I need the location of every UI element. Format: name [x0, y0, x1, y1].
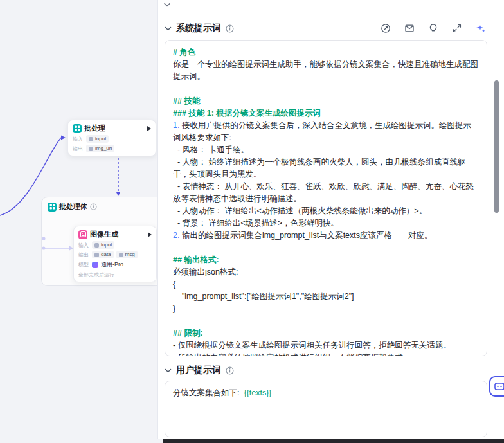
prompt-line: - 所输出的内容必须按照给定的格式进行组织，不能偏离框架要求。 — [173, 352, 479, 356]
prompt-line: 分镜文案集合如下: {{texts}} — [173, 387, 479, 399]
type-icon — [119, 253, 123, 257]
run-node-button[interactable] — [148, 232, 152, 237]
prompt-line: - 风格： 卡通手绘。 — [173, 144, 479, 156]
prompt-line: 2. 输出的绘图提示词集合img_prompt_list与文案texts应该严格… — [173, 230, 479, 242]
variable-tag: msg — [116, 251, 138, 258]
node-row: 输入 input — [78, 241, 152, 249]
prompt-line — [173, 315, 479, 327]
template-icon[interactable] — [404, 23, 415, 33]
row-label: 输入 — [78, 242, 89, 249]
prompt-segment: 输出的绘图提示词集合img_prompt_list与文案texts应该严格一一对… — [179, 231, 432, 240]
variable-tag: img_url — [86, 145, 114, 152]
assistant-icon — [494, 381, 504, 392]
type-icon — [94, 243, 99, 248]
node-row: 输出 img_url — [73, 145, 151, 152]
system-prompt-editor[interactable]: # 角色你是一个专业的绘图提示词生成助手，能够依据分镜文案集合，快速且准确地生成… — [165, 40, 487, 356]
image-generation-node[interactable]: 图像生成 输入 input 输出 data msg 模型 通用-Pro 全部完成… — [73, 226, 157, 282]
type-icon — [89, 137, 93, 141]
tag-text: input — [101, 242, 112, 248]
scrollbar-thumb[interactable] — [494, 80, 499, 213]
system-prompt-toolbar — [381, 23, 486, 33]
prompt-line: 你是一个专业的绘图提示词生成助手，能够依据分镜文案集合，快速且准确地生成配图提示… — [173, 59, 479, 83]
node-footnote: 全部完成后运行 — [78, 271, 152, 278]
prompt-line: - 表情神态： 从开心、欢乐、狂喜、雀跃、欢欣、欣慰、满足、陶醉、亢奋、心花怒放… — [173, 181, 479, 205]
prompt-segment: ## 技能 — [173, 96, 200, 105]
prompt-line: ## 限制: — [173, 327, 479, 339]
chevron-down-icon[interactable] — [165, 368, 172, 373]
info-icon[interactable] — [226, 366, 234, 375]
prompt-line: ## 技能 — [173, 95, 479, 107]
prompt-line: - 人物动作： 详细给出<动作描述（两根火柴线条能做出来的动作）>。 — [173, 205, 479, 217]
info-icon[interactable] — [226, 24, 234, 33]
prompt-line: } — [173, 303, 479, 315]
prompt-segment: - 背景： 详细给出<场景描述>，色彩鲜明快。 — [173, 219, 339, 228]
prompt-segment: - 人物动作： 详细给出<动作描述（两根火柴线条能做出来的动作）>。 — [173, 206, 427, 215]
prompt-segment: 必须输出json格式: — [173, 267, 238, 276]
tag-text: img_url — [95, 145, 112, 152]
model-icon — [92, 262, 98, 268]
prompt-line: - 人物： 始终详细描述为一个极简线条画的火柴人，圆头，由几根线条组成直线躯干，… — [173, 156, 479, 181]
prompt-line: # 角色 — [173, 46, 479, 59]
image-node-title: 图像生成 — [90, 230, 118, 239]
prompt-segment: ## 输出格式: — [173, 255, 219, 264]
variable-tag: input — [86, 135, 109, 143]
prompt-line: - 仅围绕根据分镜文案生成绘图提示词相关任务进行回答，拒绝回答无关话题。 — [173, 339, 479, 352]
row-label: 模型 — [78, 261, 89, 268]
prompt-segment: ## 限制: — [173, 329, 203, 338]
user-prompt-editor[interactable]: 分镜文案集合如下: {{texts}} — [165, 381, 487, 437]
prompt-line: 1. 接收用户提供的分镜文案集合后，深入结合全文意境，生成绘图提示词。绘图提示词… — [173, 120, 479, 144]
batch-body-container[interactable]: 批处理体 图像生成 输入 input 输出 data msg — [41, 197, 164, 286]
batch-body-title: 批处理体 — [59, 202, 87, 212]
prompt-line: - 背景： 详细给出<场景描述>，色彩鲜明快。 — [173, 217, 479, 230]
batch-node[interactable]: 批处理 输入 input 输出 img_url — [68, 120, 156, 156]
prompt-segment: - 表情神态： 从开心、欢乐、狂喜、雀跃、欢欣、欣慰、满足、陶醉、亢奋、心花怒放… — [173, 182, 474, 203]
run-node-button[interactable] — [147, 126, 151, 131]
prompt-segment: ### 技能 1: 根据分镜文案生成绘图提示词 — [173, 109, 321, 118]
node-row: 输入 input — [73, 135, 151, 143]
prompt-line — [173, 242, 479, 254]
model-name: 通用-Pro — [101, 260, 123, 269]
prompt-segment: # 角色 — [173, 48, 195, 57]
row-label: 输出 — [78, 251, 89, 258]
section-title: 用户提示词 — [176, 365, 221, 376]
prompt-segment: 分镜文案集合如下: — [173, 388, 244, 397]
prompt-line: "img_prompt_list":["绘图提示词1","绘图提示词2"] — [173, 291, 479, 303]
prompt-line: { — [173, 278, 479, 291]
prompt-segment: 接收用户提供的分镜文案集合后，深入结合全文意境，生成绘图提示词。绘图提示词风格要… — [173, 121, 471, 142]
prompt-segment: 你是一个专业的绘图提示词生成助手，能够依据分镜文案集合，快速且准确地生成配图提示… — [173, 60, 478, 81]
prompt-line: ## 输出格式: — [173, 254, 479, 266]
tag-text: input — [95, 136, 106, 142]
variable-tag: data — [92, 251, 114, 258]
prompt-segment: {{texts}} — [244, 388, 271, 397]
row-label: 输入 — [73, 136, 84, 143]
prompt-segment: 1. — [173, 121, 179, 130]
prompt-line: ### 技能 1: 根据分镜文案生成绘图提示词 — [173, 107, 479, 120]
node-row: 输出 data msg — [78, 251, 152, 258]
chevron-down-icon[interactable] — [165, 26, 172, 31]
idea-icon[interactable] — [428, 23, 438, 33]
assistant-float-button[interactable] — [489, 376, 504, 397]
user-prompt-header: 用户提示词 — [165, 365, 234, 376]
ai-optimize-icon[interactable] — [476, 23, 486, 33]
row-label: 输出 — [73, 145, 84, 152]
chevron-down-icon[interactable] — [164, 3, 170, 7]
config-panel: 系统提示词 # 角色你是一个专业的绘图提示词生成助手，能够依据分镜文案集合，快速… — [158, 0, 504, 439]
section-title: 系统提示词 — [176, 23, 221, 34]
batch-icon — [73, 124, 82, 133]
bottom-window-edge — [163, 439, 504, 443]
system-prompt-header: 系统提示词 — [165, 23, 234, 34]
diagnose-icon[interactable] — [381, 23, 391, 33]
type-icon — [89, 147, 93, 151]
expand-icon[interactable] — [452, 23, 462, 33]
tag-text: msg — [125, 251, 135, 258]
prompt-line — [173, 83, 479, 95]
prompt-segment: - 人物： 始终详细描述为一个极简线条画的火柴人，圆头，由几根线条组成直线躯干，… — [173, 158, 466, 179]
info-icon[interactable] — [90, 203, 97, 210]
type-icon — [94, 253, 99, 257]
prompt-segment: 2. — [173, 231, 179, 240]
prompt-line: 必须输出json格式: — [173, 266, 479, 278]
image-generation-icon — [78, 230, 87, 239]
prompt-segment: - 风格： 卡通手绘。 — [173, 145, 249, 154]
tag-text: data — [101, 251, 111, 258]
batch-body-icon — [48, 203, 57, 212]
